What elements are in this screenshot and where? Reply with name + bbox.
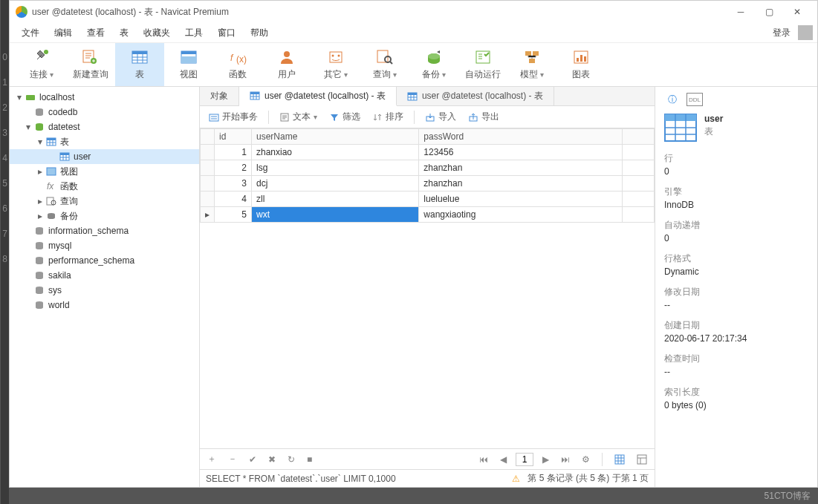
warning-icon[interactable]: ⚠ xyxy=(512,474,520,484)
delete-row-button[interactable]: － xyxy=(225,451,240,467)
twisty-icon[interactable]: ▾ xyxy=(14,92,25,102)
text-button[interactable]: 文本▾ xyxy=(275,108,322,125)
tab[interactable]: user @datetest (localhost) - 表 xyxy=(397,87,554,105)
tree-node[interactable]: sakila xyxy=(10,268,199,283)
menu-文件[interactable]: 文件 xyxy=(14,24,47,42)
login-link[interactable]: 登录 xyxy=(768,24,795,42)
cancel-button[interactable]: ✖ xyxy=(265,453,279,466)
property-value: 0 bytes (0) xyxy=(664,400,808,410)
ribbon-user[interactable]: 用户 xyxy=(262,43,311,86)
ddl-icon[interactable]: DDL xyxy=(686,93,703,106)
tab-bar: 对象user @datetest (localhost) - 表user @da… xyxy=(200,87,655,106)
ribbon-plug[interactable]: 连接 ▾ xyxy=(17,43,66,86)
avatar-icon[interactable] xyxy=(798,25,813,40)
table-row[interactable]: 1zhanxiao123456 xyxy=(201,145,655,160)
form-view-button[interactable] xyxy=(634,453,650,466)
page-input[interactable] xyxy=(516,453,533,466)
svg-point-10 xyxy=(284,51,290,57)
prev-page-button[interactable]: ◀ xyxy=(497,453,510,466)
ribbon-table[interactable]: 表 xyxy=(115,43,164,86)
refresh-button[interactable]: ↻ xyxy=(285,453,298,466)
svg-rect-24 xyxy=(584,56,586,62)
row-header[interactable] xyxy=(201,192,215,207)
table-row[interactable]: ▸5wxtwangxiaoting xyxy=(201,207,655,223)
ribbon-backup[interactable]: 备份 ▾ xyxy=(409,43,458,86)
row-header[interactable] xyxy=(201,176,215,192)
ribbon-chart[interactable]: 图表 xyxy=(556,43,606,86)
tree-node[interactable]: information_schema xyxy=(10,223,199,238)
tab[interactable]: user @datetest (localhost) - 表 xyxy=(239,87,397,106)
ribbon-auto[interactable]: 自动运行 xyxy=(458,43,507,86)
tree-node[interactable]: ▾表 xyxy=(10,134,199,149)
menu-表[interactable]: 表 xyxy=(112,24,136,42)
tree-node[interactable]: world xyxy=(10,298,199,312)
svg-text:f: f xyxy=(230,53,234,63)
twisty-icon[interactable]: ▸ xyxy=(35,166,45,177)
ribbon-model[interactable]: 模型 ▾ xyxy=(507,43,556,86)
import-button[interactable]: 导入 xyxy=(421,108,461,125)
tree-node[interactable]: ▸查询 xyxy=(10,194,199,209)
twisty-icon[interactable]: ▸ xyxy=(35,211,45,221)
svg-rect-32 xyxy=(47,168,56,175)
column-header[interactable]: passWord xyxy=(419,129,623,145)
sort-button[interactable]: 排序 xyxy=(368,108,408,125)
page-settings-button[interactable]: ⚙ xyxy=(579,453,593,466)
tree-node[interactable]: fx函数 xyxy=(10,179,199,194)
property-row: 行格式Dynamic xyxy=(664,252,808,277)
last-page-button[interactable]: ⏭ xyxy=(558,453,573,466)
row-header[interactable] xyxy=(201,145,215,160)
table-row[interactable]: 3dcjzhanzhan xyxy=(201,176,655,192)
ribbon-fx[interactable]: f(x)函数 xyxy=(213,43,262,86)
info-icon[interactable]: ⓘ xyxy=(664,93,681,106)
next-page-button[interactable]: ▶ xyxy=(539,453,552,466)
svg-rect-25 xyxy=(26,95,35,100)
twisty-icon[interactable]: ▾ xyxy=(35,137,45,147)
menu-窗口[interactable]: 窗口 xyxy=(210,24,243,42)
ide-footer: 51CTO博客 xyxy=(9,488,818,504)
tree-node[interactable]: ▸备份 xyxy=(10,209,199,223)
ribbon-view[interactable]: 视图 xyxy=(164,43,213,86)
tree-node[interactable]: ▸视图 xyxy=(10,164,199,179)
tree-node[interactable]: ▾datetest xyxy=(10,120,199,134)
row-header[interactable] xyxy=(201,160,215,176)
connection-tree[interactable]: ▾localhostcodedb▾datetest▾表user▸视图fx函数▸查… xyxy=(10,87,200,487)
menu-收藏夹[interactable]: 收藏夹 xyxy=(136,24,178,42)
twisty-icon[interactable]: ▸ xyxy=(35,196,45,206)
db-icon xyxy=(33,226,45,236)
maximize-button[interactable]: ▢ xyxy=(755,2,783,22)
tree-node[interactable]: sys xyxy=(10,283,199,298)
menu-帮助[interactable]: 帮助 xyxy=(243,24,276,42)
column-header[interactable]: id xyxy=(215,129,252,145)
menu-工具[interactable]: 工具 xyxy=(178,24,210,42)
menu-编辑[interactable]: 编辑 xyxy=(47,24,79,42)
table-row[interactable]: 4zlllueluelue xyxy=(201,192,655,207)
filter-button[interactable]: 筛选 xyxy=(325,108,365,125)
property-key: 自动递增 xyxy=(664,219,808,232)
first-page-button[interactable]: ⏮ xyxy=(476,453,491,466)
ribbon-newquery[interactable]: 新建查询 xyxy=(66,43,115,86)
grid-view-button[interactable] xyxy=(611,453,628,466)
row-header[interactable]: ▸ xyxy=(201,207,215,223)
detail-panel: ⓘ DDL user 表 行0引擎InnoDB自动递增0行格式Dynamic修改… xyxy=(655,87,817,487)
tree-node[interactable]: mysql xyxy=(10,238,199,253)
tree-node[interactable]: ▾localhost xyxy=(10,90,199,105)
column-header[interactable]: userName xyxy=(252,129,419,145)
twisty-icon[interactable]: ▾ xyxy=(23,122,33,132)
table-row[interactable]: 2lsgzhanzhan xyxy=(201,160,655,176)
stop-button[interactable]: ■ xyxy=(304,453,315,466)
close-button[interactable]: ✕ xyxy=(783,2,811,22)
data-grid[interactable]: iduserNamepassWord1zhanxiao1234562lsgzha… xyxy=(200,128,655,448)
minimize-button[interactable]: ─ xyxy=(727,2,755,22)
menu-查看[interactable]: 查看 xyxy=(79,24,112,42)
ribbon-other[interactable]: 其它 ▾ xyxy=(311,43,360,86)
tree-node[interactable]: codedb xyxy=(10,105,199,120)
apply-button[interactable]: ✔ xyxy=(246,453,259,466)
tree-node[interactable]: performance_schema xyxy=(10,253,199,268)
tab[interactable]: 对象 xyxy=(200,87,239,105)
export-button[interactable]: 导出 xyxy=(464,108,504,125)
tree-node[interactable]: user xyxy=(10,149,199,164)
ribbon-query[interactable]: 查询 ▾ xyxy=(360,43,409,86)
add-row-button[interactable]: ＋ xyxy=(204,451,219,467)
begin-transaction-button[interactable]: 开始事务 xyxy=(204,108,262,125)
property-row: 索引长度0 bytes (0) xyxy=(664,386,808,410)
